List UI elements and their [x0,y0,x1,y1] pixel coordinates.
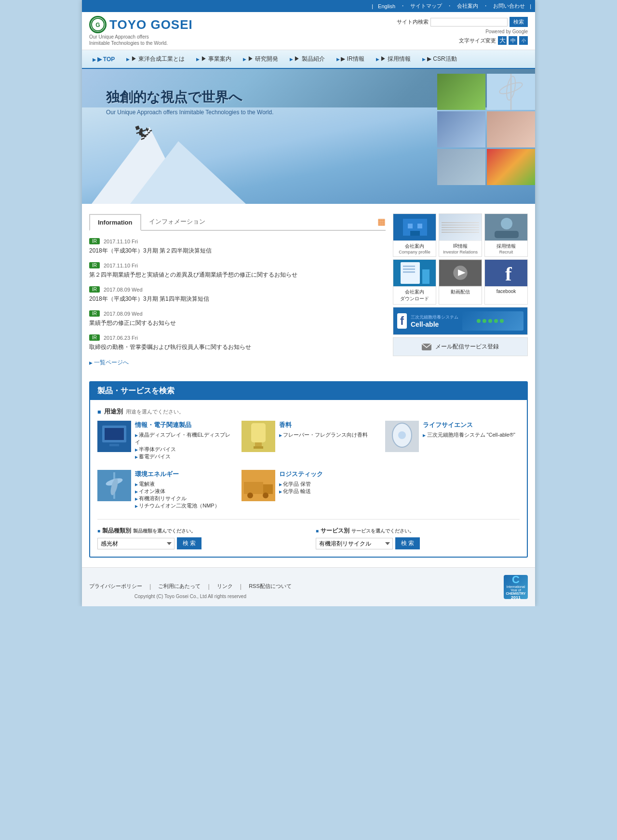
tab-information-en[interactable]: Information [89,214,141,231]
footer-link-rss[interactable]: RSS配信について [249,583,292,590]
news-tag-4: IR [89,310,100,317]
filter-service-search-btn[interactable]: 検 索 [395,537,420,549]
hero-photo-4 [487,111,535,147]
hero-photo-2 [487,74,535,110]
news-title-5[interactable]: 取締役の勤務・管掌委嘱および執行役員人事に関するお知らせ [89,343,386,351]
svg-rect-9 [417,224,422,228]
cat-list-electronics: 液晶ディスプレイ・有機ELディスプレイ 半導体デバイス 蓄電デバイス [135,431,232,460]
cat-title-logistics[interactable]: ロジスティック [279,470,323,479]
nav-item-recruit[interactable]: ▶ 採用情報 [370,50,417,68]
footer-link-terms[interactable]: ご利用にあたって [158,583,201,590]
card-ir-img [439,214,482,240]
cell-able-info: 三次元細胞培養システム Cell-able [411,314,458,328]
main-nav: ▶ TOP ▶ 東洋合成工業とは ▶ 事業案内 ▶ 研究開発 ▶ 製品紹介 ▶ … [82,50,535,69]
cat-info-electronics: 情報・電子関連製品 液晶ディスプレイ・有機ELディスプレイ 半導体デバイス 蓄電… [135,421,232,460]
news-title-1[interactable]: 2018年（平成30年）3月期 第２四半期決算短信 [89,246,386,255]
info-tabs: Information インフォメーション ▦ [89,213,386,231]
card-company-img [393,214,436,240]
cat-title-energy[interactable]: 環境エネルギー [135,470,220,479]
footer-link-links[interactable]: リンク [217,583,233,590]
card-download-img [393,260,436,286]
filter-type-search-btn[interactable]: 検 索 [177,537,201,549]
cat-title-electronics[interactable]: 情報・電子関連製品 [135,421,232,429]
logo-sub2: Inimitable Technologies to the World. [89,40,193,46]
svg-point-28 [494,319,498,323]
nav-item-research[interactable]: ▶ 研究開発 [237,50,284,68]
search-area: サイト内検索 検索 [397,17,528,27]
card-facebook[interactable]: f facebook [484,259,528,305]
hero-photo-5 [437,149,485,185]
more-link[interactable]: 一覧ページへ [89,359,129,366]
filter-service-select[interactable]: 有機溶剤リサイクル [316,538,393,549]
cat-list-energy: 電解液 イオン液体 有機溶剤リサイクル リチウムイオン二次電池（NMP） [135,480,220,509]
svg-rect-16 [403,266,415,267]
card-recruit[interactable]: 採用情報 Recruit [484,213,528,257]
topbar-link-english[interactable]: English [375,2,398,10]
logo-sub1: Our Unique Approach offers [89,34,193,40]
news-title-4[interactable]: 業績予想の修正に関するお知らせ [89,319,386,327]
mail-banner[interactable]: メール配信サービス登録 [393,337,528,356]
topbar-link-sitemap[interactable]: サイトマップ [407,1,445,11]
svg-point-25 [477,319,481,323]
nav-item-csr[interactable]: ▶ CSR活動 [416,50,462,68]
mail-banner-label: メール配信サービス登録 [435,343,499,350]
news-tag-2: IR [89,262,100,268]
nav-item-business[interactable]: ▶ 事業案内 [190,50,237,68]
card-company-profile[interactable]: 会社案内 Company profile [393,213,436,257]
svg-point-49 [247,493,253,498]
rss-icon[interactable]: ▦ [377,216,386,227]
card-video[interactable]: 動画配信 [439,259,482,305]
category-lifesci: ライフサイエンス 三次元細胞培養システム "Cell-able®" [385,421,520,460]
font-small-button[interactable]: 小 [519,36,528,45]
filter-type-select[interactable]: 感光材 [97,538,174,549]
cat-title-fragrance[interactable]: 香料 [279,421,368,429]
cell-able-title: Cell-able [411,320,458,328]
topbar-link-contact[interactable]: お問い合わせ [490,1,528,11]
header-right: サイト内検索 検索 Powered by Google 文字サイズ変更 大 中 … [397,17,528,45]
news-title-2[interactable]: 第２四半期業績予想と実績値との差異及び通期業績予想の修正に関するお知らせ [89,270,386,279]
font-large-button[interactable]: 大 [498,36,507,45]
card-download-label: 会社案内 ダウンロード [393,286,436,304]
news-title-3[interactable]: 2018年（平成30年）3月期 第1四半期決算短信 [89,294,386,303]
svg-rect-18 [403,271,415,273]
footer-link-privacy[interactable]: プライバシーポリシー [89,583,142,590]
skier-icon: ⛷ [132,118,158,145]
svg-point-41 [398,431,406,439]
product-categories: 情報・電子関連製品 液晶ディスプレイ・有機ELディスプレイ 半導体デバイス 蓄電… [97,421,520,509]
category-electronics: 情報・電子関連製品 液晶ディスプレイ・有機ELディスプレイ 半導体デバイス 蓄電… [97,421,232,460]
search-button[interactable]: 検索 [510,17,528,27]
nav-item-ir[interactable]: ▶ IR情報 [331,50,370,68]
powered-by: Powered by Google [485,29,528,34]
hero-title: 独創的な視点で世界へ [106,88,274,107]
nav-item-about[interactable]: ▶ 東洋合成工業とは [121,50,190,68]
svg-point-29 [500,319,504,323]
by-service-label: サービス別 サービスを選んでください。 [316,527,520,535]
topbar-link-company[interactable]: 会社案内 [454,1,481,11]
news-meta-3: IR 2017.08.09 Wed [89,286,386,293]
font-size-area: 文字サイズ変更 大 中 小 [459,36,528,45]
font-mid-button[interactable]: 中 [509,36,517,45]
hero-photo-6 [487,149,535,185]
topbar: | English ・ サイトマップ ・ 会社案内 ・ お問い合わせ | [82,0,535,12]
cat-info-lifesci: ライフサイエンス 三次元細胞培養システム "Cell-able®" [423,421,515,460]
search-input[interactable] [430,18,508,27]
nav-item-top[interactable]: ▶ TOP [87,51,121,67]
cat-img-energy [97,470,131,501]
card-ir[interactable]: IR情報 Investor Relations [439,213,482,257]
cat-title-lifesci[interactable]: ライフサイエンス [423,421,515,429]
svg-point-27 [488,319,492,323]
news-meta-4: IR 2017.08.09 Wed [89,310,386,317]
news-item-3: IR 2017.08.09 Wed 2018年（平成30年）3月期 第1四半期決… [89,286,386,303]
news-date-5: 2017.06.23 Fri [104,335,138,341]
svg-rect-38 [254,446,263,449]
tab-information-jp[interactable]: インフォメーション [141,213,213,230]
cell-able-banner[interactable]: f 三次元細胞培養システム Cell-able [393,307,528,335]
nav-item-products[interactable]: ▶ 製品紹介 [284,50,331,68]
card-download[interactable]: 会社案内 ダウンロード [393,259,436,305]
product-search: 製品・サービスを検索 用途別 用途を選んでください。 [89,381,528,558]
category-logistics: ロジスティック 化学品 保管 化学品 輸送 [241,470,376,509]
card-company-label: 会社案内 Company profile [393,240,436,256]
logo-area: G TOYO GOSEI Our Unique Approach offers … [89,16,193,46]
category-energy: 環境エネルギー 電解液 イオン液体 有機溶剤リサイクル リチウムイオン二次電池（… [97,470,232,509]
hero-skier: ⛷ [130,107,159,156]
